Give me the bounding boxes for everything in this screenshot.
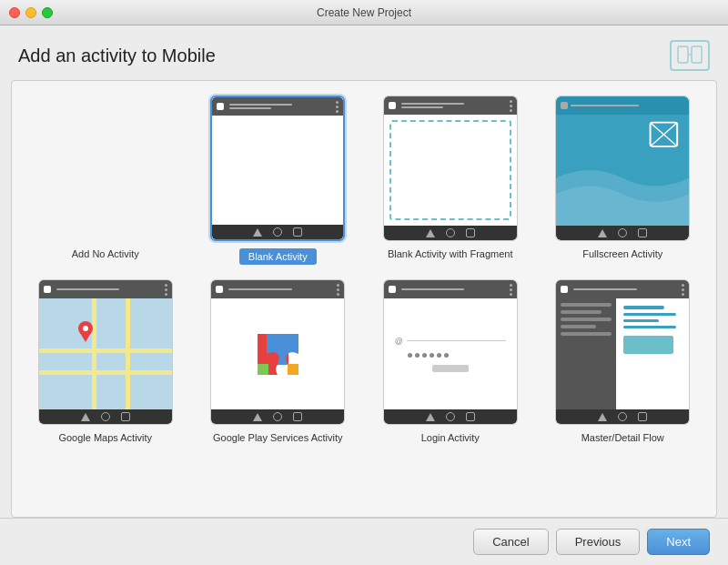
svg-rect-1 (692, 46, 702, 63)
phone-mockup-blank (212, 97, 343, 239)
login-topbar (384, 280, 517, 298)
play-mockup (211, 280, 344, 424)
activity-label-no-activity: Add No Activity (72, 248, 139, 259)
activity-item-fullscreen[interactable]: Fullscreen Activity (544, 96, 703, 265)
phone-topbar (212, 97, 343, 116)
svg-point-8 (83, 326, 88, 331)
activity-item-blank[interactable]: Blank Activity (199, 96, 358, 265)
phone-topbar-dot (217, 103, 224, 110)
phone-topbar-lines (229, 104, 333, 109)
master-left-panel (556, 298, 616, 409)
master-bottombar (556, 409, 689, 424)
main-content: Add an activity to Mobile Add No Activit… (0, 25, 728, 565)
login-body: @ (384, 298, 517, 409)
maps-topbar (39, 280, 172, 298)
master-detail-preview (555, 279, 690, 425)
activity-label-blank: Blank Activity (239, 248, 317, 265)
cancel-button[interactable]: Cancel (473, 529, 548, 555)
no-activity-preview (38, 96, 173, 241)
master-mockup (556, 280, 689, 424)
fullscreen-mockup (556, 96, 689, 240)
login-mockup: @ (384, 280, 517, 424)
maps-mockup (39, 280, 172, 424)
previous-button[interactable]: Previous (556, 529, 641, 555)
maps-bottombar (39, 409, 172, 424)
activity-label-blank-fragment: Blank Activity with Fragment (388, 248, 513, 259)
play-topbar (211, 280, 344, 298)
activity-item-blank-fragment[interactable]: Blank Activity with Fragment (371, 96, 530, 265)
footer: Cancel Previous Next (0, 518, 728, 565)
svg-rect-0 (678, 46, 688, 63)
fullscreen-preview (555, 96, 690, 241)
mobile-icon (670, 40, 710, 71)
recent-btn (293, 227, 302, 237)
blank-activity-preview (210, 96, 345, 241)
activity-label-fullscreen: Fullscreen Activity (582, 248, 662, 259)
back-btn (253, 228, 262, 237)
activity-grid-container[interactable]: Add No Activity (11, 80, 717, 518)
topbar-line2 (229, 107, 271, 109)
activity-item-master-detail[interactable]: Master/Detail Flow (544, 279, 703, 443)
fullscreen-body (556, 115, 689, 226)
activity-item-google-play[interactable]: Google Play Services Activity (199, 279, 358, 443)
header-area: Add an activity to Mobile (0, 25, 728, 80)
titlebar: Create New Project (0, 0, 728, 25)
next-button[interactable]: Next (647, 529, 710, 555)
activity-label-login: Login Activity (421, 432, 480, 443)
window-title: Create New Project (317, 6, 411, 19)
minimize-button[interactable] (25, 7, 36, 18)
phone-bottombar (212, 225, 343, 239)
login-bottombar (384, 409, 517, 424)
activity-label-master-detail: Master/Detail Flow (581, 432, 664, 443)
activity-grid: Add No Activity (26, 96, 702, 443)
maps-body (39, 298, 172, 409)
master-topbar (556, 280, 689, 298)
page-title: Add an activity to Mobile (18, 45, 216, 66)
phone-bottombar-frag (384, 226, 517, 240)
master-right-panel (616, 298, 689, 409)
phone-body-dashed (389, 120, 511, 220)
close-button[interactable] (9, 7, 20, 18)
activity-label-google-maps: Google Maps Activity (58, 432, 152, 443)
fullscreen-bottombar (556, 226, 689, 240)
master-body (556, 298, 689, 409)
phone-menu-dots (336, 101, 339, 113)
activity-item-google-maps[interactable]: Google Maps Activity (26, 279, 185, 443)
play-preview (210, 279, 345, 425)
topbar-line1 (229, 104, 291, 106)
maps-preview (38, 279, 173, 425)
fullscreen-topbar (556, 96, 689, 115)
play-bottombar (211, 409, 344, 424)
activity-item-login[interactable]: @ (371, 279, 530, 443)
phone-body-blank (212, 116, 343, 225)
phone-topbar-frag (384, 96, 517, 115)
window-controls (9, 7, 53, 18)
svg-marker-7 (80, 333, 91, 342)
play-body (211, 298, 344, 409)
login-preview: @ (383, 279, 518, 425)
blank-fragment-preview (383, 96, 518, 241)
phone-mockup-fragment (384, 96, 517, 240)
activity-label-google-play: Google Play Services Activity (213, 432, 342, 443)
activity-item-no-activity[interactable]: Add No Activity (26, 96, 185, 265)
home-btn (273, 227, 282, 237)
maximize-button[interactable] (42, 7, 53, 18)
